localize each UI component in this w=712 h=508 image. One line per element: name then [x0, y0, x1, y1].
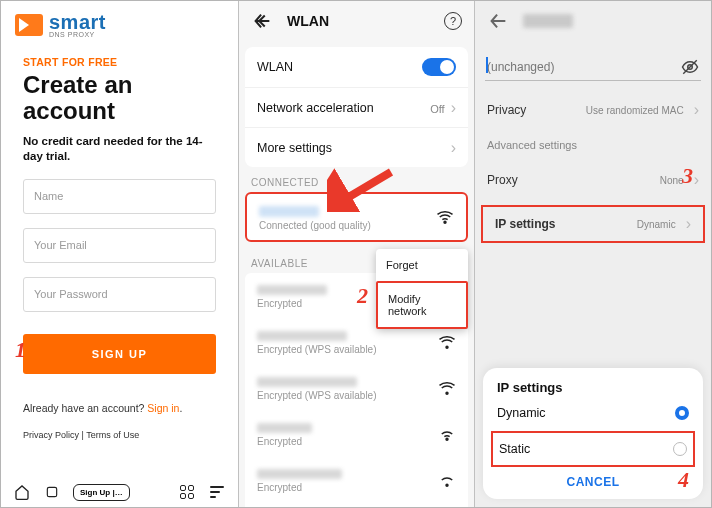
ssid-title-redacted [523, 14, 573, 28]
eye-off-icon[interactable] [681, 58, 699, 76]
svg-point-5 [446, 438, 448, 440]
svg-point-6 [446, 484, 448, 486]
connection-status: Connected (good quality) [259, 220, 454, 231]
chevron-right-icon: › [686, 215, 691, 233]
advanced-settings-label: Advanced settings [475, 129, 711, 151]
wlan-toggle-row[interactable]: WLAN [245, 47, 468, 87]
privacy-row[interactable]: Privacy Use randomized MAC› [475, 91, 711, 129]
tabs-icon[interactable] [43, 483, 61, 501]
browser-bottombar: Sign Up |… [1, 483, 238, 501]
cancel-button[interactable]: CANCEL [497, 467, 689, 491]
apps-icon[interactable] [178, 483, 196, 501]
email-field[interactable] [23, 228, 216, 263]
play-badge-icon [15, 14, 43, 36]
svg-line-8 [337, 172, 391, 204]
radio-off-icon[interactable] [673, 442, 687, 456]
step-1-label: 1 [15, 337, 26, 363]
modify-network-option[interactable]: Modify network [376, 281, 468, 329]
ssid-redacted [257, 469, 342, 479]
ip-settings-row[interactable]: IP settings Dynamic› [481, 205, 705, 243]
network-row[interactable]: Encrypted (WPS available) [245, 503, 468, 507]
start-for-free-label: START FOR FREE [23, 56, 216, 68]
proxy-row[interactable]: Proxy None› [475, 161, 711, 199]
password-input[interactable] [485, 55, 701, 81]
annotation-arrow-icon [327, 166, 397, 212]
privacy-link[interactable]: Privacy Policy [23, 430, 79, 440]
signup-pane: smart DNS PROXY START FOR FREE Create an… [1, 1, 239, 507]
text-cursor [486, 57, 488, 73]
already-have-account: Already have an account? Sign in. [23, 402, 216, 414]
password-field[interactable] [23, 277, 216, 312]
modify-header [475, 1, 711, 41]
signup-button[interactable]: SIGN UP [23, 334, 216, 374]
network-row[interactable]: Encrypted [245, 457, 468, 503]
chevron-right-icon: › [694, 171, 699, 189]
name-field[interactable] [23, 179, 216, 214]
network-accel-row[interactable]: Network acceleration Off› [245, 87, 468, 127]
network-row[interactable]: Encrypted [245, 411, 468, 457]
ssid-redacted [257, 285, 327, 295]
svg-rect-0 [47, 487, 56, 496]
wlan-pane: WLAN ? WLAN Network acceleration Off› Mo… [239, 1, 475, 507]
wifi-lock-icon [438, 379, 456, 397]
chevron-right-icon: › [451, 139, 456, 157]
sheet-title: IP settings [497, 380, 689, 395]
forget-option[interactable]: Forget [376, 249, 468, 281]
ssid-redacted [257, 377, 357, 387]
home-icon[interactable] [13, 483, 31, 501]
wifi-lock-icon [438, 425, 456, 443]
password-input-wrap [485, 55, 701, 81]
ssid-redacted [259, 206, 319, 217]
step-3-label: 3 [682, 163, 693, 189]
ip-settings-sheet: IP settings Dynamic Static CANCEL [483, 368, 703, 499]
chevron-right-icon: › [451, 99, 456, 116]
wlan-header: WLAN ? [239, 1, 474, 41]
network-row[interactable]: Encrypted (WPS available) [245, 365, 468, 411]
more-settings-row[interactable]: More settings › [245, 127, 468, 167]
brand-logo: smart DNS PROXY [1, 1, 238, 44]
page-title: Create an account [23, 72, 216, 124]
wifi-icon [436, 208, 454, 226]
chevron-right-icon: › [694, 101, 699, 119]
wlan-toggle[interactable] [422, 58, 456, 76]
wlan-title: WLAN [287, 13, 444, 29]
ssid-redacted [257, 331, 347, 341]
svg-point-3 [446, 346, 448, 348]
step-2-label: 2 [357, 283, 368, 309]
wifi-lock-icon [438, 333, 456, 351]
static-option[interactable]: Static [491, 431, 695, 467]
ip-settings-pane: Privacy Use randomized MAC› Advanced set… [475, 1, 711, 507]
terms-link[interactable]: Terms of Use [86, 430, 139, 440]
back-arrow-icon[interactable] [251, 10, 273, 32]
step-4-label: 4 [678, 467, 689, 493]
wifi-lock-icon [438, 471, 456, 489]
network-context-menu: Forget Modify network [376, 249, 468, 329]
page-subtitle: No credit card needed for the 14-day tri… [23, 134, 216, 165]
menu-icon[interactable] [208, 483, 226, 501]
svg-point-4 [446, 392, 448, 394]
legal-links: Privacy Policy | Terms of Use [23, 430, 216, 440]
ssid-redacted [257, 423, 312, 433]
back-icon[interactable] [487, 10, 509, 32]
page-pill[interactable]: Sign Up |… [73, 484, 130, 501]
svg-point-1 [444, 221, 446, 223]
radio-on-icon[interactable] [675, 406, 689, 420]
dynamic-option[interactable]: Dynamic [497, 395, 689, 431]
signin-link[interactable]: Sign in [147, 402, 179, 414]
wlan-options: WLAN Network acceleration Off› More sett… [245, 47, 468, 167]
help-icon[interactable]: ? [444, 12, 462, 30]
